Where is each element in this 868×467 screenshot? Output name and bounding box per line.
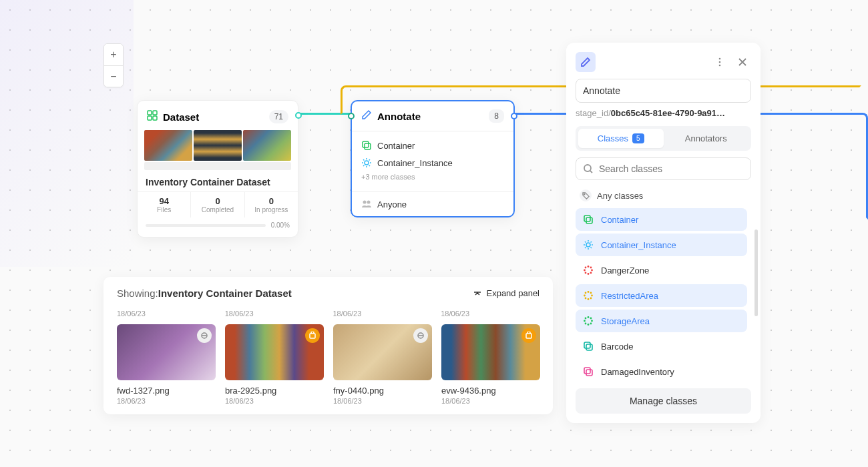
status-badge-icon (305, 328, 320, 343)
file-name: fny-0440.png (333, 386, 432, 396)
stage-id-label: stage_id/0bc65c45-81ee-4790-9a91… (576, 108, 751, 118)
svg-point-32 (591, 295, 593, 297)
svg-point-23 (584, 270, 586, 272)
svg-point-16 (584, 165, 591, 171)
zoom-out-button[interactable]: − (104, 65, 123, 87)
svg-point-7 (363, 201, 367, 204)
search-box[interactable] (576, 157, 751, 180)
svg-point-17 (584, 193, 584, 194)
showing-panel: Showing: Inventory Container Dataset Exp… (103, 277, 553, 414)
stage-name-input[interactable] (576, 79, 751, 103)
class-type-icon (582, 213, 594, 225)
scrollbar-thumb[interactable] (754, 229, 758, 316)
class-name-label: DangerZone (601, 266, 649, 276)
svg-rect-3 (153, 116, 157, 120)
class-type-icon (582, 340, 594, 352)
dataset-name-label: Inventory Container Dataset (138, 170, 298, 191)
zoom-controls: + − (103, 43, 124, 87)
class-type-icon (582, 239, 594, 251)
svg-point-21 (588, 266, 590, 268)
date-row: 18/06/23 18/06/23 18/06/23 18/06/23 (103, 310, 553, 318)
file-thumbnail (225, 324, 324, 380)
file-item[interactable]: fwd-1327.png 18/06/23 (117, 324, 216, 405)
class-name-label: Container_Instance (601, 240, 676, 250)
more-options-button[interactable] (711, 53, 728, 71)
status-badge-icon (413, 328, 428, 343)
svg-point-44 (590, 323, 592, 325)
file-date: 18/06/23 (117, 397, 216, 405)
svg-point-24 (591, 270, 593, 272)
file-name: bra-2925.png (225, 386, 324, 396)
file-item[interactable]: fny-0440.png 18/06/23 (333, 324, 432, 405)
svg-point-39 (584, 320, 586, 322)
class-item[interactable]: DamagedInventory (576, 360, 747, 382)
file-name: fwd-1327.png (117, 386, 216, 396)
svg-point-38 (588, 324, 590, 326)
class-item[interactable]: RestrictedArea (576, 284, 747, 307)
assignee-row[interactable]: Anyone (352, 191, 513, 216)
status-badge-icon (521, 328, 536, 343)
search-icon (583, 163, 594, 174)
showing-label: Showing: (117, 288, 158, 299)
svg-point-30 (588, 298, 590, 300)
file-name: evw-9436.png (441, 386, 540, 396)
kebab-icon (714, 57, 725, 67)
class-item[interactable]: Container (576, 208, 747, 231)
classes-list: ContainerContainer_InstanceDangerZoneRes… (576, 208, 751, 382)
file-date: 18/06/23 (225, 397, 324, 405)
class-name-label: RestrictedArea (601, 291, 658, 301)
class-row: Container_Instance (361, 154, 504, 171)
node-output-handle[interactable] (295, 112, 302, 119)
svg-point-34 (590, 292, 592, 294)
class-item[interactable]: DangerZone (576, 259, 747, 282)
tab-classes[interactable]: Classes 5 (578, 129, 664, 148)
class-name-label: Barcode (601, 342, 633, 352)
annotate-node[interactable]: Annotate 8 Container Container_Instance … (351, 100, 515, 217)
file-thumbnail (441, 324, 540, 380)
svg-point-15 (719, 65, 721, 67)
node-input-handle[interactable] (348, 113, 355, 119)
dataset-node[interactable]: Dataset 71 Inventory Container Dataset 9… (137, 100, 298, 238)
annotate-count-badge: 8 (489, 109, 504, 123)
dataset-title: Dataset (163, 111, 264, 123)
svg-point-31 (584, 295, 586, 297)
annotate-title: Annotate (377, 111, 483, 122)
svg-rect-19 (586, 217, 592, 223)
class-item[interactable]: Barcode (576, 335, 747, 358)
svg-point-22 (588, 273, 590, 275)
expand-icon (473, 289, 482, 298)
class-item[interactable]: StorageArea (576, 310, 747, 332)
manage-classes-button[interactable]: Manage classes (576, 388, 751, 414)
file-date: 18/06/23 (333, 397, 432, 405)
close-button[interactable] (734, 53, 751, 71)
svg-rect-48 (586, 370, 592, 376)
more-classes-label: +3 more classes (361, 171, 504, 186)
status-badge-icon (197, 328, 212, 343)
svg-rect-5 (365, 143, 371, 149)
svg-point-29 (588, 291, 590, 293)
svg-point-35 (585, 298, 587, 300)
node-output-handle[interactable] (511, 113, 517, 119)
file-thumbnail (117, 324, 216, 380)
dataset-thumbnails (138, 130, 298, 161)
search-input[interactable] (599, 163, 744, 174)
svg-rect-18 (584, 215, 590, 221)
svg-point-14 (719, 61, 721, 63)
svg-point-6 (365, 161, 369, 165)
file-item[interactable]: evw-9436.png 18/06/23 (441, 324, 540, 405)
svg-rect-45 (584, 342, 590, 348)
svg-point-36 (590, 298, 592, 300)
annotate-icon (361, 109, 372, 123)
close-icon (738, 57, 747, 67)
class-name-label: DamagedInventory (601, 367, 674, 377)
tabs: Classes 5 Annotators (576, 126, 751, 151)
any-classes-toggle[interactable]: Any classes (576, 187, 751, 208)
class-item[interactable]: Container_Instance (576, 234, 747, 256)
progress-bar (146, 224, 266, 227)
tab-annotators[interactable]: Annotators (664, 129, 749, 148)
expand-panel-button[interactable]: Expand panel (473, 288, 539, 298)
file-item[interactable]: bra-2925.png 18/06/23 (225, 324, 324, 405)
class-name-label: Container (601, 215, 638, 225)
zoom-in-button[interactable]: + (104, 44, 123, 65)
file-thumbnail (333, 324, 432, 380)
